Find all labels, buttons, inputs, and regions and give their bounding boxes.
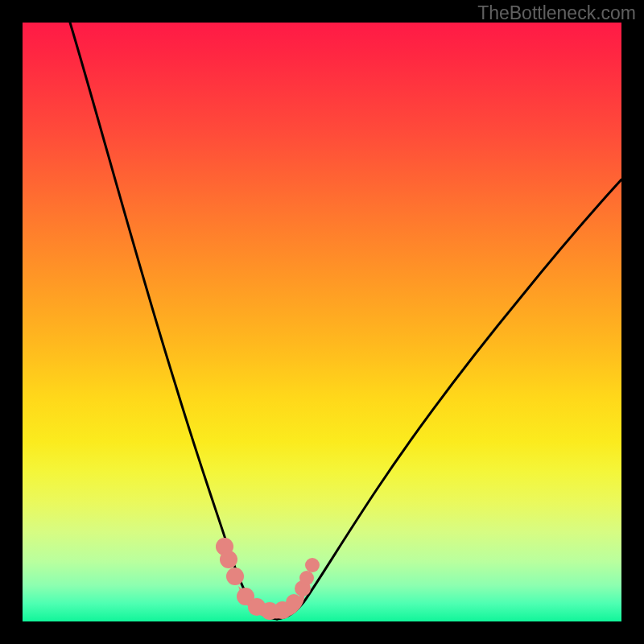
svg-point-8 (295, 580, 311, 597)
svg-point-0 (216, 538, 233, 555)
left-curve (70, 23, 277, 619)
chart-frame: TheBottleneck.com (0, 0, 644, 644)
curves-svg (23, 23, 621, 621)
svg-point-7 (286, 594, 302, 610)
blob-cluster (216, 538, 320, 620)
svg-point-4 (248, 598, 266, 616)
svg-point-1 (220, 551, 237, 568)
watermark-text: TheBottleneck.com (477, 2, 636, 24)
svg-point-3 (237, 588, 254, 605)
svg-point-5 (261, 602, 279, 620)
svg-point-9 (299, 571, 314, 585)
svg-point-10 (305, 558, 320, 572)
plot-area (23, 23, 621, 621)
right-curve (277, 180, 621, 619)
svg-point-2 (226, 568, 244, 585)
svg-point-6 (274, 601, 291, 619)
